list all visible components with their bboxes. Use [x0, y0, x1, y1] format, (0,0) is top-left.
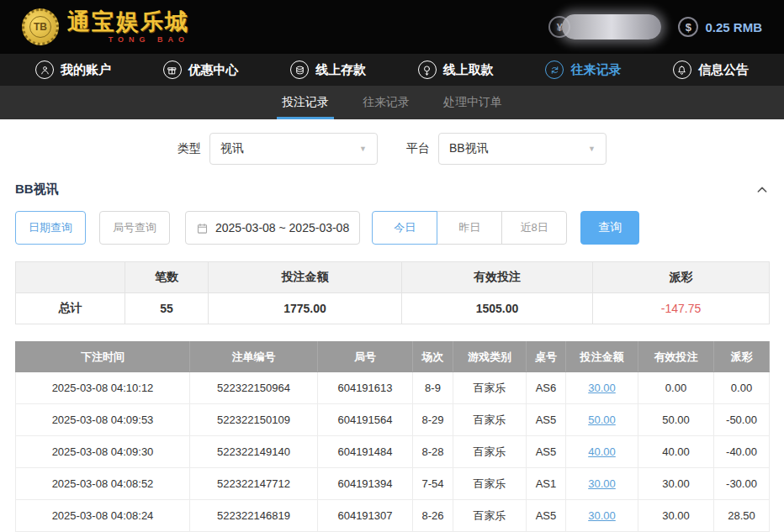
today-button[interactable]: 今日 — [372, 211, 437, 245]
nav-item-announcements[interactable]: 信息公告 — [673, 61, 749, 79]
valid-bet-cell: 40.00 — [638, 436, 714, 468]
bell-icon — [673, 61, 691, 79]
game-type-cell: 百家乐 — [453, 404, 527, 436]
nav-item-deposit[interactable]: 线上存款 — [290, 61, 366, 79]
gift-icon — [163, 61, 182, 79]
platform-select[interactable]: BB视讯 ▼ — [438, 133, 607, 165]
bet-amount-cell[interactable]: 40.00 — [566, 436, 638, 468]
tab-pending-orders[interactable]: 处理中订单 — [438, 86, 507, 119]
withdraw-coin-icon — [418, 61, 437, 79]
top-header: TB 通宝娱乐城 TONG BAO ¥ $ 0.25 RMB — [0, 0, 784, 54]
query-toolbar: 日期查询 局号查询 2025-03-08 ~ 2025-03-08 今日 昨日 … — [15, 211, 769, 245]
nav-item-promotions[interactable]: 优惠中心 — [163, 61, 239, 79]
round-number-cell: 604191613 — [318, 372, 413, 404]
type-select[interactable]: 视讯 ▼ — [209, 133, 378, 165]
order-number-cell: 522322150109 — [190, 404, 318, 436]
bet-amount-cell[interactable]: 30.00 — [566, 500, 638, 532]
bet-amount-link[interactable]: 50.00 — [588, 413, 616, 426]
header-session: 场次 — [413, 342, 453, 372]
chevron-down-icon: ▼ — [588, 145, 596, 153]
table-number-cell: AS5 — [527, 436, 566, 468]
game-type-cell: 百家乐 — [453, 372, 527, 404]
type-filter-group: 类型 视讯 ▼ — [177, 133, 378, 165]
summary-header-valid-bet: 有效投注 — [402, 262, 593, 293]
table-number-cell: AS5 — [527, 404, 566, 436]
summary-bet-amount: 1775.00 — [209, 293, 402, 324]
bet-amount-link[interactable]: 40.00 — [588, 445, 616, 458]
summary-valid-bet: 1505.00 — [402, 293, 593, 324]
nav-item-records[interactable]: 往来记录 — [545, 61, 621, 79]
casino-chip-icon: TB — [22, 8, 59, 45]
payout-cell: -40.00 — [714, 436, 770, 468]
payout-cell: -30.00 — [714, 468, 770, 500]
session-cell: 8-9 — [413, 372, 453, 404]
bet-amount-cell[interactable]: 30.00 — [566, 372, 638, 404]
date-query-button[interactable]: 日期查询 — [15, 211, 86, 245]
logo-title: 通宝娱乐城 — [67, 11, 189, 34]
table-row: 2025-03-08 04:09:53522322150109604191564… — [16, 404, 770, 436]
order-number-cell: 522322147712 — [190, 468, 318, 500]
type-select-value: 视讯 — [220, 141, 244, 156]
payout-cell: -50.00 — [714, 404, 770, 436]
balance-amount: 0.25 RMB — [705, 20, 762, 34]
table-row: 2025-03-08 04:10:12522322150964604191613… — [16, 372, 770, 404]
search-button[interactable]: 查询 — [580, 211, 639, 245]
nav-item-my-account[interactable]: 我的账户 — [35, 61, 111, 79]
summary-total-row: 总计 55 1775.00 1505.00 -147.75 — [16, 293, 770, 324]
summary-count: 55 — [125, 293, 209, 324]
game-type-cell: 百家乐 — [453, 436, 527, 468]
summary-header-count: 笔数 — [125, 262, 209, 293]
bet-amount-cell[interactable]: 50.00 — [566, 404, 638, 436]
yesterday-button[interactable]: 昨日 — [437, 211, 502, 245]
chevron-down-icon: ▼ — [359, 145, 367, 153]
round-query-button[interactable]: 局号查询 — [99, 211, 170, 245]
bet-amount-link[interactable]: 30.00 — [588, 382, 616, 394]
header-payout: 派彩 — [714, 342, 770, 372]
date-range-input[interactable]: 2025-03-08 ~ 2025-03-08 — [185, 211, 360, 245]
order-number-cell: 522322146819 — [190, 500, 318, 532]
page: TB 通宝娱乐城 TONG BAO ¥ $ 0.25 RMB 我的账户 — [0, 0, 784, 532]
bet-amount-cell[interactable]: 30.00 — [566, 468, 638, 500]
bet-time-cell: 2025-03-08 04:08:24 — [16, 500, 190, 532]
platform-label: 平台 — [406, 141, 430, 156]
logo[interactable]: TB 通宝娱乐城 TONG BAO — [22, 8, 189, 45]
game-type-cell: 百家乐 — [453, 500, 527, 532]
user-icon — [35, 61, 54, 79]
nav-item-label: 我的账户 — [61, 62, 111, 78]
filters-row: 类型 视讯 ▼ 平台 BB视讯 ▼ — [0, 119, 784, 170]
logo-text: 通宝娱乐城 TONG BAO — [67, 11, 189, 44]
bet-amount-link[interactable]: 30.00 — [588, 509, 616, 522]
nav-item-label: 往来记录 — [570, 62, 621, 78]
topbar-right: ¥ $ 0.25 RMB — [548, 14, 762, 40]
username-blurred — [562, 14, 661, 40]
logo-subtitle: TONG BAO — [67, 35, 189, 44]
calendar-icon — [196, 222, 209, 234]
deposit-coins-icon — [290, 61, 309, 79]
chevron-up-icon — [755, 183, 769, 197]
tab-transaction-records[interactable]: 往来记录 — [358, 86, 415, 119]
last-8-days-button[interactable]: 近8日 — [501, 211, 567, 245]
summary-payout: -147.75 — [593, 293, 770, 324]
tab-betting-records[interactable]: 投注记录 — [277, 86, 334, 119]
header-table-number: 桌号 — [527, 342, 566, 372]
summary-table: 笔数 投注金额 有效投注 派彩 总计 55 1775.00 1505.00 -1… — [15, 261, 770, 324]
type-label: 类型 — [177, 141, 201, 156]
summary-header-row: 笔数 投注金额 有效投注 派彩 — [16, 262, 770, 293]
sub-nav: 投注记录 往来记录 处理中订单 — [0, 86, 784, 119]
table-row: 2025-03-08 04:09:30522322149140604191484… — [16, 436, 770, 468]
payout-cell: 0.00 — [714, 372, 770, 404]
summary-header-bet-amount: 投注金额 — [209, 262, 402, 293]
bet-time-cell: 2025-03-08 04:08:52 — [16, 468, 190, 500]
bets-table: 下注时间 注单编号 局号 场次 游戏类别 桌号 投注金额 有效投注 派彩 202… — [15, 341, 770, 532]
header-valid-bet: 有效投注 — [638, 342, 714, 372]
bet-time-cell: 2025-03-08 04:09:30 — [16, 436, 190, 468]
bet-amount-link[interactable]: 30.00 — [588, 477, 616, 490]
header-game-type: 游戏类别 — [453, 342, 527, 372]
collapse-section-button[interactable] — [755, 183, 769, 197]
table-number-cell: AS6 — [527, 372, 566, 404]
section-head: BB视讯 — [15, 182, 769, 198]
platform-filter-group: 平台 BB视讯 ▼ — [406, 133, 607, 165]
valid-bet-cell: 50.00 — [638, 404, 714, 436]
round-number-cell: 604191484 — [318, 436, 413, 468]
nav-item-withdraw[interactable]: 线上取款 — [418, 61, 494, 79]
